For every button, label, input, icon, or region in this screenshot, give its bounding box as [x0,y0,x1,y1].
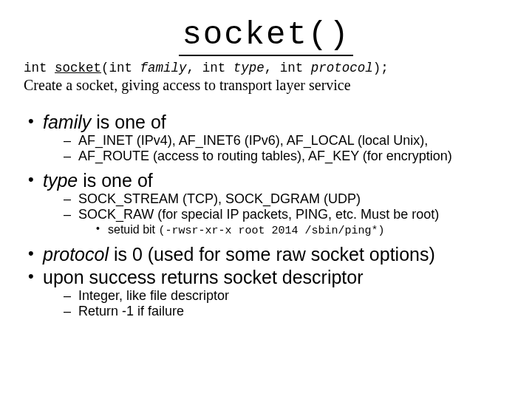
bullet-return: upon success returns socket descriptor I… [24,267,508,319]
bullet-family: family is one of AF_INET (IPv4), AF_INET… [24,112,508,164]
sub-bullet: AF_INET (IPv4), AF_INET6 (IPv6), AF_LOCA… [62,133,508,149]
function-description: Create a socket, giving access to transp… [24,77,508,94]
sub-bullet: Integer, like file descriptor [62,288,508,304]
sub-bullet: Return -1 if failure [62,304,508,319]
sub-bullet: AF_ROUTE (access to routing tables), AF_… [62,149,508,164]
main-list: family is one of AF_INET (IPv4), AF_INET… [24,112,508,319]
slide-title: socket() [179,16,352,56]
function-signature: int socket(int family, int type, int pro… [24,61,508,75]
bullet-type: type is one of SOCK_STREAM (TCP), SOCK_D… [24,170,508,238]
sub-bullet: SOCK_RAW (for special IP packets, PING, … [62,207,508,238]
sub-bullet: SOCK_STREAM (TCP), SOCK_DGRAM (UDP) [62,191,508,207]
bullet-protocol: protocol is 0 (used for some raw socket … [24,244,508,265]
sub-sub-bullet: setuid bit (-rwsr-xr-x root 2014 /sbin/p… [95,222,508,238]
